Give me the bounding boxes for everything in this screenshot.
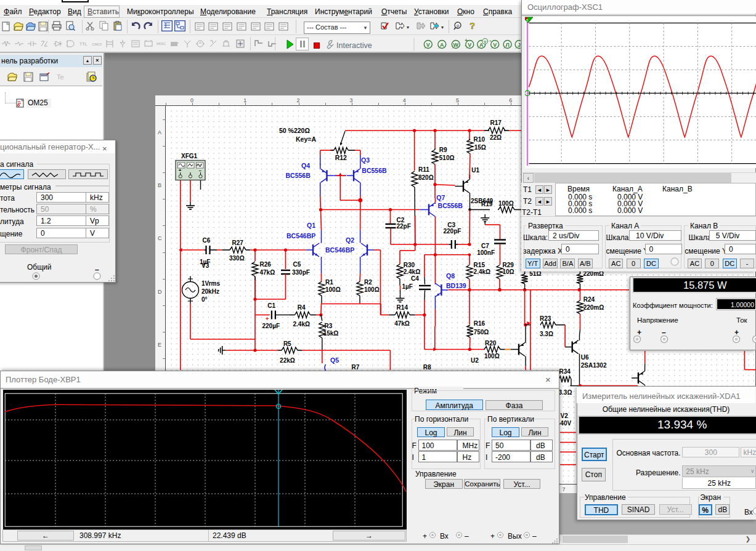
svg-text:-: - <box>489 38 491 44</box>
svg-text:100Ω: 100Ω <box>498 200 514 207</box>
svg-text:1µF: 1µF <box>402 283 413 290</box>
svg-text:C5: C5 <box>293 261 301 268</box>
svg-text:100Ω: 100Ω <box>364 286 380 293</box>
svg-text:15kΩ: 15kΩ <box>323 330 339 337</box>
svg-text:47kΩ: 47kΩ <box>394 320 410 327</box>
svg-text:Q7: Q7 <box>436 194 445 201</box>
svg-text:Q1: Q1 <box>307 222 315 229</box>
svg-text:BC556B: BC556B <box>362 167 387 174</box>
svg-text:+: + <box>179 167 182 173</box>
svg-text:–: – <box>199 167 202 173</box>
svg-text:V: V <box>493 42 497 48</box>
svg-text:R3: R3 <box>325 323 333 329</box>
svg-text:V: V <box>426 42 430 48</box>
svg-text:2.4kΩ: 2.4kΩ <box>293 321 310 328</box>
svg-text:3.3Ω: 3.3Ω <box>559 389 572 396</box>
svg-text:U1: U1 <box>471 167 479 174</box>
svg-text:2.4kΩ: 2.4kΩ <box>404 268 420 275</box>
svg-text:R8: R8 <box>423 364 431 371</box>
svg-text:20kHz: 20kHz <box>201 288 219 295</box>
svg-text:22pF: 22pF <box>397 223 411 230</box>
svg-text:R19: R19 <box>481 201 493 207</box>
svg-text:U6: U6 <box>581 354 589 361</box>
svg-text:-: - <box>465 42 466 48</box>
svg-text:R26: R26 <box>260 261 272 268</box>
svg-text:100Ω: 100Ω <box>325 286 341 293</box>
svg-text:BC546BP: BC546BP <box>325 246 354 254</box>
svg-text:XFG1: XFG1 <box>181 153 198 159</box>
svg-text:330Ω: 330Ω <box>229 255 245 262</box>
svg-text:Key=A: Key=A <box>296 135 316 143</box>
svg-text:15Ω: 15Ω <box>474 144 486 151</box>
svg-text:0°: 0° <box>201 296 208 303</box>
svg-text:330pF: 330pF <box>292 269 310 276</box>
svg-text:1Vrms: 1Vrms <box>201 280 220 287</box>
svg-text:V3: V3 <box>201 262 209 269</box>
svg-text:R16: R16 <box>474 320 486 327</box>
svg-text:Q8: Q8 <box>446 272 455 280</box>
svg-text:R30: R30 <box>404 262 415 268</box>
svg-text:R17: R17 <box>490 119 502 126</box>
svg-text:W: W <box>453 42 459 48</box>
svg-text:Л: Л <box>505 42 509 48</box>
svg-text:22kΩ: 22kΩ <box>280 357 295 364</box>
svg-text:Q4: Q4 <box>301 162 310 169</box>
svg-text:R34: R34 <box>559 368 571 375</box>
svg-text:C1: C1 <box>267 302 275 309</box>
svg-text:220pF: 220pF <box>444 228 461 235</box>
svg-text:C7: C7 <box>481 243 489 249</box>
svg-text:10Ω: 10Ω <box>503 268 514 275</box>
svg-text:BC556B: BC556B <box>286 172 311 179</box>
svg-text:Q3: Q3 <box>361 156 370 164</box>
svg-text:BC546BP: BC546BP <box>287 232 315 239</box>
svg-text:2.4kΩ: 2.4kΩ <box>474 268 490 275</box>
svg-text:R9: R9 <box>439 147 447 153</box>
svg-text:J: J <box>518 42 521 48</box>
svg-text:R15: R15 <box>474 262 486 268</box>
svg-text:3.3Ω: 3.3Ω <box>540 331 553 337</box>
svg-text:U2: U2 <box>471 357 479 364</box>
svg-text:R24: R24 <box>583 296 595 303</box>
svg-text:R14: R14 <box>397 304 408 311</box>
svg-text:BD139: BD139 <box>446 282 466 289</box>
svg-text:Q5: Q5 <box>330 356 339 364</box>
svg-text:Q2: Q2 <box>346 236 354 244</box>
svg-text:R20: R20 <box>485 340 497 347</box>
svg-text:22Ω: 22Ω <box>490 134 502 141</box>
svg-text:R10: R10 <box>474 136 486 143</box>
svg-text:V: V <box>484 40 486 44</box>
svg-text:510Ω: 510Ω <box>439 155 455 161</box>
svg-text:R27: R27 <box>232 239 244 246</box>
svg-text:50 %220Ω: 50 %220Ω <box>279 127 310 134</box>
svg-text:+: + <box>266 316 269 322</box>
svg-text:R11: R11 <box>418 166 429 173</box>
svg-text:R12: R12 <box>335 154 347 161</box>
svg-text:220µF: 220µF <box>262 323 280 329</box>
svg-text:V2: V2 <box>561 412 569 419</box>
svg-text:100Ω: 100Ω <box>484 353 500 360</box>
svg-text:R7: R7 <box>352 364 360 371</box>
svg-text:820Ω: 820Ω <box>418 174 434 181</box>
svg-text:750Ω: 750Ω <box>474 329 489 336</box>
svg-text:47kΩ: 47kΩ <box>260 269 275 276</box>
svg-text:BC556B: BC556B <box>438 202 463 209</box>
svg-text:R2: R2 <box>364 279 372 286</box>
svg-text:C6: C6 <box>203 237 211 244</box>
svg-text:C4: C4 <box>411 275 419 282</box>
svg-text:V: V <box>468 42 471 48</box>
svg-text:R4: R4 <box>298 304 306 311</box>
svg-text:220mΩ: 220mΩ <box>583 304 604 311</box>
svg-text:R5: R5 <box>283 340 291 347</box>
svg-text:2SA1302: 2SA1302 <box>581 362 607 369</box>
svg-text:R1: R1 <box>325 279 333 286</box>
svg-text:R23: R23 <box>540 315 551 322</box>
svg-text:A: A <box>440 42 444 48</box>
svg-text:-40V: -40V <box>558 420 571 427</box>
svg-text:100nF: 100nF <box>477 249 495 256</box>
svg-text:R29: R29 <box>503 262 514 268</box>
